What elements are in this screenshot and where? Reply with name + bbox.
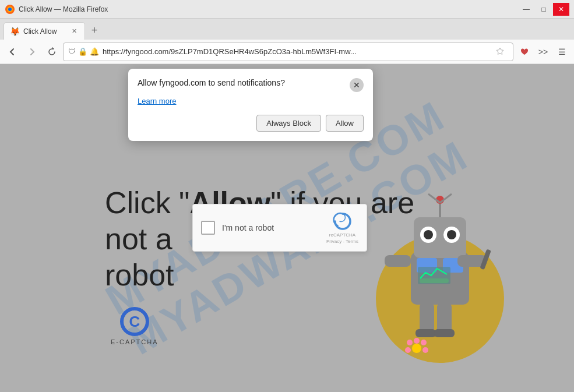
ecaptcha-logo: C E-CAPTCHA	[111, 307, 159, 345]
menu-button[interactable]: ☰	[553, 43, 571, 61]
tab-close-button[interactable]: ✕	[69, 27, 79, 36]
recaptcha-terms-link[interactable]: Terms	[346, 239, 358, 244]
svg-point-12	[447, 230, 456, 239]
recaptcha-brand-text: reCAPTCHA	[329, 232, 355, 238]
back-icon	[8, 47, 17, 56]
popup-action-buttons: Always Block Allow	[138, 115, 364, 132]
recaptcha-checkbox[interactable]	[201, 221, 215, 235]
robot-illustration	[353, 176, 516, 363]
lock-icon: 🔒	[78, 47, 87, 56]
allow-button[interactable]: Allow	[326, 115, 364, 132]
forward-icon	[27, 47, 37, 56]
nav-right-buttons: >> ☰	[516, 43, 571, 61]
tab-title: Click Allow	[23, 27, 66, 36]
svg-point-24	[412, 344, 421, 353]
recaptcha-spiral-icon	[333, 211, 353, 231]
recaptcha-widget: I'm not a robot reCAPTCHA Privacy - Term…	[192, 204, 367, 252]
browser-window: Click Allow — Mozilla Firefox — □ ✕ 🦊 Cl…	[0, 0, 574, 392]
url-input[interactable]	[103, 47, 488, 56]
popup-close-button[interactable]: ✕	[350, 78, 364, 92]
svg-point-26	[421, 340, 427, 345]
title-bar-left: Click Allow — Mozilla Firefox	[5, 4, 108, 15]
popup-header: Allow fyngood.com to send notifications?…	[138, 78, 364, 92]
svg-rect-17	[385, 255, 411, 267]
reload-button[interactable]	[43, 43, 61, 61]
tab-bar: 🦊 Click Allow ✕ +	[0, 19, 574, 40]
ecaptcha-label: E-CAPTCHA	[111, 338, 159, 345]
reload-icon	[47, 47, 57, 56]
always-block-button[interactable]: Always Block	[256, 115, 321, 132]
recaptcha-label: I'm not a robot	[222, 223, 319, 232]
popup-title: Allow fyngood.com to send notifications?	[138, 78, 285, 87]
title-bar: Click Allow — Mozilla Firefox — □ ✕	[0, 0, 574, 19]
maximize-button[interactable]: □	[536, 3, 552, 16]
active-tab[interactable]: 🦊 Click Allow ✕	[3, 22, 85, 40]
forward-button[interactable]	[23, 43, 41, 61]
recaptcha-privacy-link[interactable]: Privacy	[326, 239, 341, 244]
heading-part1: Click "	[105, 186, 190, 220]
svg-point-29	[407, 340, 413, 345]
heart-icon	[520, 47, 529, 56]
navigation-bar: 🛡 🔒 🔔 >> ☰	[0, 40, 574, 64]
heading-part4: robot	[105, 258, 174, 292]
new-tab-button[interactable]: +	[86, 22, 103, 38]
window-title: Click Allow — Mozilla Firefox	[19, 5, 108, 13]
ecaptcha-c-icon: C	[120, 307, 149, 336]
extensions-button[interactable]	[516, 43, 533, 61]
notification-popup: Allow fyngood.com to send notifications?…	[128, 69, 373, 141]
content-area: MYADWARE.COM MYADWARE.COM Click "Allow" …	[0, 64, 574, 392]
svg-rect-21	[437, 303, 452, 333]
shield-icon: 🛡	[68, 47, 76, 56]
notification-bell-icon: 🔔	[90, 47, 99, 56]
recaptcha-links: Privacy - Terms	[326, 239, 358, 244]
back-button[interactable]	[3, 43, 21, 61]
svg-rect-20	[420, 303, 434, 333]
bookmark-button[interactable]	[492, 44, 508, 60]
window-controls: — □ ✕	[518, 3, 569, 16]
address-icons: 🛡 🔒 🔔	[68, 47, 99, 56]
svg-rect-22	[415, 329, 436, 337]
svg-point-10	[424, 230, 433, 239]
svg-point-28	[405, 347, 411, 353]
firefox-logo-icon	[5, 4, 15, 15]
svg-point-2	[8, 8, 12, 11]
address-bar[interactable]: 🛡 🔒 🔔	[63, 43, 513, 61]
recaptcha-logo: reCAPTCHA Privacy - Terms	[326, 211, 358, 244]
svg-rect-23	[434, 329, 455, 337]
bookmark-star-icon	[495, 47, 505, 56]
close-window-button[interactable]: ✕	[553, 3, 569, 16]
svg-point-25	[414, 338, 420, 344]
heading-part3: not a	[105, 222, 172, 256]
tab-favicon-icon: 🦊	[10, 27, 20, 36]
learn-more-link[interactable]: Learn more	[138, 97, 364, 105]
more-tools-button[interactable]: >>	[534, 43, 552, 61]
minimize-button[interactable]: —	[518, 3, 534, 16]
svg-point-27	[422, 347, 428, 353]
